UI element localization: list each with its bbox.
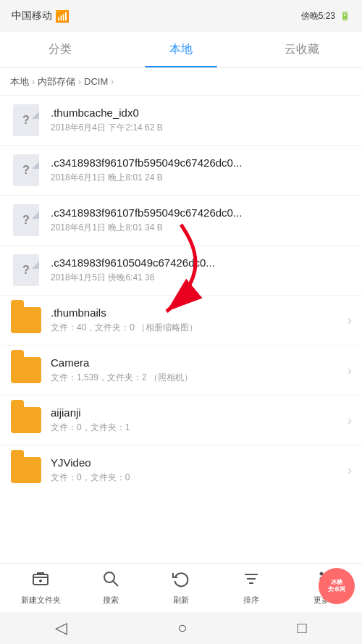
list-item[interactable]: aijianji文件：0，文件夹：1› bbox=[0, 396, 362, 446]
folder-icon bbox=[10, 303, 42, 338]
file-name: YJVideo bbox=[51, 456, 342, 469]
breadcrumb-dcim[interactable]: DCIM bbox=[84, 76, 108, 87]
status-bar: 中国移动 📶 傍晚5:23 🔋 bbox=[0, 0, 362, 32]
bottom-toolbar: 新建文件夹搜索刷新排序更多 bbox=[0, 563, 362, 612]
recents-button[interactable]: □ bbox=[298, 619, 307, 637]
file-meta: 2018年1月5日 傍晚6:41 36 bbox=[51, 272, 352, 284]
list-item[interactable]: .c3418983f96107fb595049c67426dc0...2018年… bbox=[0, 146, 362, 196]
chevron-right-icon: › bbox=[348, 463, 352, 478]
breadcrumb-storage[interactable]: 内部存储 bbox=[38, 75, 75, 88]
file-meta: 文件：40，文件夹：0 （相册缩略图） bbox=[51, 322, 342, 334]
tab-local[interactable]: 本地 bbox=[121, 32, 242, 67]
list-item[interactable]: Camera文件：1,539，文件夹：2 （照相机）› bbox=[0, 346, 362, 396]
breadcrumb: 本地 › 内部存储 › DCIM › bbox=[0, 68, 362, 96]
list-item[interactable]: .c3418983f96107fb595049c67426dc0...2018年… bbox=[0, 196, 362, 246]
list-item[interactable]: YJVideo文件：0，文件夹：0› bbox=[0, 446, 362, 495]
file-meta: 2018年6月1日 晚上8:01 34 B bbox=[51, 222, 352, 234]
back-button[interactable]: ◁ bbox=[55, 619, 67, 637]
toolbar-item-search[interactable]: 搜索 bbox=[76, 570, 146, 606]
sort-icon bbox=[243, 570, 260, 592]
toolbar-label-search: 搜索 bbox=[103, 595, 119, 606]
file-list: .thumbcache_idx02018年6月4日 下午2:14 62 B.c3… bbox=[0, 96, 362, 563]
time-label: 傍晚5:23 bbox=[301, 10, 335, 22]
carrier-label: 中国移动 📶 bbox=[12, 9, 70, 23]
file-icon bbox=[10, 253, 42, 288]
file-name: Camera bbox=[51, 356, 342, 369]
file-icon bbox=[10, 103, 42, 138]
refresh-icon bbox=[172, 570, 190, 592]
tab-cloud[interactable]: 云收藏 bbox=[241, 32, 362, 67]
status-right: 傍晚5:23 🔋 bbox=[301, 10, 350, 22]
watermark: 冰糖 安卓网 bbox=[319, 568, 355, 604]
home-button[interactable]: ○ bbox=[177, 619, 187, 637]
toolbar-item-sort[interactable]: 排序 bbox=[216, 570, 286, 606]
file-meta: 文件：0，文件夹：1 bbox=[51, 422, 342, 434]
search-icon bbox=[102, 570, 119, 592]
nav-bar: ◁ ○ □ bbox=[0, 612, 362, 644]
main-content: 分类 本地 云收藏 本地 › 内部存储 › DCIM › .thumbcache… bbox=[0, 32, 362, 644]
folder-icon bbox=[10, 403, 42, 438]
folder-icon bbox=[10, 453, 42, 488]
toolbar-item-new-folder[interactable]: 新建文件夹 bbox=[6, 570, 76, 606]
file-meta: 文件：1,539，文件夹：2 （照相机） bbox=[51, 372, 342, 384]
file-name: .c3418983f96107fb595049c67426dc0... bbox=[51, 206, 352, 219]
tab-bar: 分类 本地 云收藏 bbox=[0, 32, 362, 68]
svg-point-3 bbox=[104, 572, 114, 582]
file-meta: 2018年6月4日 下午2:14 62 B bbox=[51, 122, 352, 134]
file-meta: 文件：0，文件夹：0 bbox=[51, 472, 342, 484]
list-item[interactable]: .thumbcache_idx02018年6月4日 下午2:14 62 B bbox=[0, 96, 362, 146]
toolbar-label-new-folder: 新建文件夹 bbox=[21, 595, 61, 606]
file-name: .c3418983f96107fb595049c67426dc0... bbox=[51, 156, 352, 169]
chevron-right-icon: › bbox=[348, 413, 352, 428]
breadcrumb-local[interactable]: 本地 bbox=[10, 75, 29, 88]
toolbar-label-sort: 排序 bbox=[243, 595, 259, 606]
toolbar-label-refresh: 刷新 bbox=[173, 595, 189, 606]
file-name: .thumbcache_idx0 bbox=[51, 106, 352, 119]
svg-line-4 bbox=[113, 581, 118, 586]
file-meta: 2018年6月1日 晚上8:01 24 B bbox=[51, 172, 352, 184]
new-folder-icon bbox=[32, 570, 49, 592]
battery-icon: 🔋 bbox=[340, 11, 350, 21]
file-name: .c3418983f96105049c67426dc0... bbox=[51, 256, 352, 269]
tab-classify[interactable]: 分类 bbox=[0, 32, 121, 67]
toolbar-item-refresh[interactable]: 刷新 bbox=[146, 570, 216, 606]
file-name: .thumbnails bbox=[51, 306, 342, 319]
chevron-right-icon: › bbox=[348, 363, 352, 378]
list-item[interactable]: .c3418983f96105049c67426dc0...2018年1月5日 … bbox=[0, 246, 362, 296]
file-name: aijianji bbox=[51, 406, 342, 419]
folder-icon bbox=[10, 353, 42, 388]
list-item[interactable]: .thumbnails文件：40，文件夹：0 （相册缩略图）› bbox=[0, 296, 362, 346]
chevron-right-icon: › bbox=[348, 313, 352, 328]
file-icon bbox=[10, 153, 42, 188]
file-icon bbox=[10, 203, 42, 238]
